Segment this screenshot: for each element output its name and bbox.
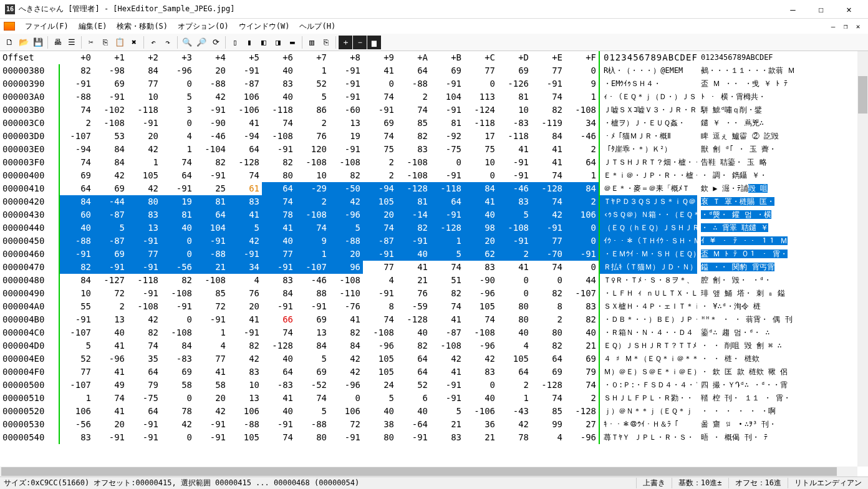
data-cell[interactable]: -98: [94, 64, 127, 77]
data-cell[interactable]: 41: [228, 313, 262, 326]
data-cell[interactable]: -102: [94, 104, 127, 117]
ascii-cell[interactable]: Ｔ♀Ｒ・Ｔﾒ・Ｓ・８ヲ＊、: [599, 274, 697, 287]
ascii-cell[interactable]: ・ＤＢ＊・・）ＢＥ）ＪＰ・）ＪＰＬ・Ｒ: [599, 313, 697, 326]
close-button[interactable]: ✕: [835, 1, 863, 18]
mode-minus-button[interactable]: －: [353, 36, 367, 49]
data-cell[interactable]: -92: [430, 130, 464, 143]
data-cell[interactable]: 77: [262, 248, 296, 261]
data-cell[interactable]: -94: [60, 143, 94, 156]
bookmark5-button[interactable]: ▬: [286, 36, 299, 49]
sjis-cell[interactable]: ・ ¥∴ᵈ・洵令 梿: [697, 300, 833, 313]
sjis-cell[interactable]: 鞜 椌 刊・ １１ ・ 霄・: [697, 392, 833, 405]
data-cell[interactable]: 74: [262, 195, 296, 208]
data-cell[interactable]: 0: [498, 287, 531, 300]
hex-row[interactable]: 000003D0-10753204-46-94-10876197482-9217…: [0, 130, 868, 143]
hex-row[interactable]: 0000054083-91-910-911057480-9180-9183217…: [0, 431, 868, 444]
data-cell[interactable]: -108: [498, 221, 531, 235]
data-cell[interactable]: 0: [329, 392, 363, 405]
data-cell[interactable]: 5: [363, 392, 397, 405]
sjis-cell[interactable]: 盃 Ｍ ﾄ ﾃ ０１ ・ 霄・: [697, 248, 833, 261]
minimize-button[interactable]: ―: [779, 1, 807, 18]
menu-item[interactable]: ファイル(F): [20, 21, 74, 32]
data-cell[interactable]: 5: [296, 90, 329, 104]
data-cell[interactable]: -91: [127, 418, 161, 431]
data-cell[interactable]: 2: [498, 248, 531, 261]
data-cell[interactable]: 41: [262, 221, 296, 235]
data-cell[interactable]: 113: [464, 90, 498, 104]
ascii-cell[interactable]: ＳＨＪＬＦＰＬ・Ｒ勠・・（ＥＱ）ＪＳＨ: [599, 392, 697, 405]
bookmark1-button[interactable]: ▯: [228, 36, 242, 49]
cut-button[interactable]: ✂: [84, 36, 98, 49]
data-cell[interactable]: 40: [397, 326, 430, 339]
data-cell[interactable]: -107: [565, 287, 599, 300]
data-cell[interactable]: -91: [60, 313, 94, 326]
hex-row[interactable]: 00000500-1074979585810-83-52-962452-9102…: [0, 379, 868, 392]
data-cell[interactable]: -91: [430, 208, 464, 221]
data-cell[interactable]: -128: [397, 182, 430, 195]
data-cell[interactable]: 74: [363, 313, 397, 326]
scroll-thumb[interactable]: [1, 467, 837, 476]
data-cell[interactable]: -108: [464, 326, 498, 339]
sjis-cell[interactable]: 啚 齏 ꇌ ・∴ｦ³ 刊・: [697, 418, 833, 431]
sjis-cell[interactable]: 盃 Ｍ ・・ ・曵 ￥ ﾄ ﾃ: [697, 77, 833, 90]
data-cell[interactable]: 77: [60, 366, 94, 379]
data-cell[interactable]: 41: [228, 208, 262, 221]
data-cell[interactable]: -87: [94, 208, 127, 221]
data-cell[interactable]: 1: [60, 392, 94, 405]
ascii-cell[interactable]: ・ＬＦＨ ｨ ｎＵＬＴＸ・ＬＲ ＬＦＲ・: [599, 287, 697, 300]
data-cell[interactable]: 40: [363, 405, 397, 418]
data-cell[interactable]: 40: [262, 235, 296, 248]
data-cell[interactable]: -64: [397, 418, 430, 431]
data-cell[interactable]: 27: [565, 418, 599, 431]
sjis-cell[interactable]: ・ 調・ 鐫鑷 ￥・: [697, 169, 833, 182]
data-cell[interactable]: -108: [94, 117, 127, 130]
data-cell[interactable]: 81: [161, 208, 195, 221]
vertical-scrollbar[interactable]: [857, 51, 868, 467]
data-cell[interactable]: 82: [329, 326, 363, 339]
data-cell[interactable]: 78: [498, 431, 531, 444]
data-cell[interactable]: 64: [397, 352, 430, 366]
data-cell[interactable]: -91: [296, 300, 329, 313]
data-cell[interactable]: 10: [464, 156, 498, 169]
data-cell[interactable]: -90: [195, 117, 228, 130]
data-cell[interactable]: 2: [498, 379, 531, 392]
ascii-cell[interactable]: 蕁ＴﾔＹ ＪＰＬ・Ｒ・Ｓ・・４: [599, 431, 697, 444]
data-cell[interactable]: -91: [329, 77, 363, 90]
data-cell[interactable]: -91: [127, 287, 161, 300]
data-cell[interactable]: 81: [195, 195, 228, 208]
data-cell[interactable]: -108: [262, 130, 296, 143]
data-cell[interactable]: -46: [565, 130, 599, 143]
redo-button[interactable]: ↷: [161, 36, 175, 49]
data-cell[interactable]: 41: [94, 405, 127, 418]
hex-row[interactable]: 000003B074-102-1183-91-106-11886-60-9174…: [0, 104, 868, 117]
data-cell[interactable]: 0: [430, 156, 464, 169]
hex-row[interactable]: 000004901072-91-10885768488-110-917682-9…: [0, 287, 868, 300]
data-cell[interactable]: 84: [60, 274, 94, 287]
data-cell[interactable]: 88: [296, 287, 329, 300]
data-cell[interactable]: 64: [565, 156, 599, 169]
data-cell[interactable]: 82: [531, 339, 565, 352]
data-cell[interactable]: 74: [262, 117, 296, 130]
data-cell[interactable]: 75: [464, 143, 498, 156]
data-cell[interactable]: -107: [60, 326, 94, 339]
data-cell[interactable]: 19: [161, 195, 195, 208]
hex-row[interactable]: 000004E052-9635-837742405421056442421056…: [0, 352, 868, 366]
data-cell[interactable]: 98: [464, 221, 498, 235]
data-cell[interactable]: 106: [329, 405, 363, 418]
data-cell[interactable]: -83: [498, 117, 531, 130]
data-cell[interactable]: 52: [60, 352, 94, 366]
data-cell[interactable]: -76: [329, 300, 363, 313]
hex-row[interactable]: 000003A0-88-9110542106405-91742104113817…: [0, 90, 868, 104]
data-cell[interactable]: 40: [464, 392, 498, 405]
data-cell[interactable]: -118: [430, 182, 464, 195]
sjis-cell[interactable]: 四 撮・ＹԴᵈ∴ ・ᵈ・・霄: [697, 379, 833, 392]
menu-item[interactable]: ヘルプ(H): [294, 21, 340, 32]
data-cell[interactable]: 120: [296, 143, 329, 156]
data-cell[interactable]: 40: [262, 405, 296, 418]
data-cell[interactable]: 2: [94, 300, 127, 313]
data-cell[interactable]: -128: [430, 221, 464, 235]
data-cell[interactable]: -110: [329, 287, 363, 300]
data-cell[interactable]: 64: [397, 366, 430, 379]
ascii-cell[interactable]: ・櫨ヲ）Ｊ・ＥＵＱ姦・: [599, 117, 697, 130]
data-cell[interactable]: 38: [363, 418, 397, 431]
